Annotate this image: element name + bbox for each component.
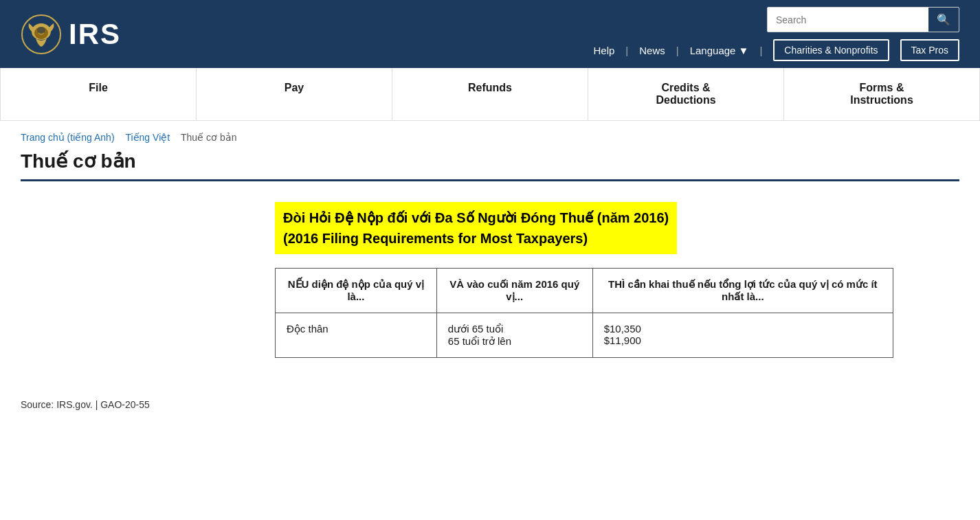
search-button[interactable]: 🔍 [928, 8, 959, 32]
nav-item-credits-deductions[interactable]: Credits & Deductions [588, 68, 784, 120]
irs-eagle-icon [21, 14, 62, 55]
article-title: Đòi Hỏi Đệ Nộp đối với Đa Số Người Đóng … [275, 202, 677, 254]
article-title-line2: (2016 Filing Requirements for Most Taxpa… [283, 228, 669, 249]
table-cell-age: dưới 65 tuổi 65 tuổi trở lên [436, 313, 592, 358]
top-nav: Help | News | Language ▼ | Charities & N… [594, 39, 960, 61]
age-line2: 65 tuổi trở lên [448, 335, 581, 348]
svg-point-3 [37, 27, 45, 34]
income-line2: $11,900 [604, 335, 882, 346]
separator-1: | [625, 45, 628, 56]
header-right-section: 🔍 Help | News | Language ▼ | Charities &… [594, 7, 960, 61]
breadcrumb-vietnamese-link[interactable]: Tiếng Việt [125, 132, 170, 143]
search-input[interactable] [768, 9, 928, 31]
separator-2: | [676, 45, 679, 56]
nav-item-pay[interactable]: Pay [197, 68, 392, 120]
breadcrumb-sep-2 [174, 132, 177, 143]
tax-pros-button[interactable]: Tax Pros [900, 39, 959, 61]
help-link[interactable]: Help [594, 45, 615, 56]
logo-container: IRS [21, 14, 121, 55]
main-navigation: File Pay Refunds Credits & Deductions Fo… [0, 68, 980, 121]
article-title-line1: Đòi Hỏi Đệ Nộp đối với Đa Số Người Đóng … [283, 207, 669, 228]
breadcrumb-home-link[interactable]: Trang chủ (tiếng Anh) [21, 132, 115, 143]
income-line1: $10,350 [604, 323, 882, 335]
news-link[interactable]: News [639, 45, 665, 56]
nav-item-refunds[interactable]: Refunds [392, 68, 588, 120]
separator-3: | [759, 45, 762, 56]
irs-logo-text: IRS [69, 18, 121, 51]
charities-nonprofits-button[interactable]: Charities & Nonprofits [773, 39, 889, 61]
breadcrumb-current: Thuế cơ bản [181, 132, 236, 143]
source-attribution: Source: IRS.gov. | GAO-20-55 [0, 392, 980, 417]
table-cell-filing-status: Độc thân [276, 313, 437, 358]
nav-item-file[interactable]: File [0, 68, 197, 120]
table-cell-income: $10,350 $11,900 [592, 313, 893, 358]
breadcrumb-section: Trang chủ (tiếng Anh) Tiếng Việt Thuế cơ… [0, 121, 980, 143]
table-header-2: VÀ vào cuối năm 2016 quý vị... [436, 269, 592, 313]
language-label: Language [690, 45, 736, 56]
breadcrumb-sep-1 [119, 132, 122, 143]
nav-item-forms-instructions[interactable]: Forms & Instructions [784, 68, 980, 120]
site-header: IRS 🔍 Help | News | Language ▼ | Chariti… [0, 0, 980, 68]
language-link[interactable]: Language ▼ [690, 45, 749, 56]
breadcrumb: Trang chủ (tiếng Anh) Tiếng Việt Thuế cơ… [21, 132, 959, 143]
page-title: Thuế cơ bản [0, 143, 980, 172]
table-header-1: NẾU diện đệ nộp của quý vị là... [276, 269, 437, 313]
search-bar[interactable]: 🔍 [767, 7, 959, 32]
filing-requirements-table: NẾU diện đệ nộp của quý vị là... VÀ vào … [275, 268, 893, 358]
age-line1: dưới 65 tuổi [448, 323, 581, 335]
main-content: Đòi Hỏi Đệ Nộp đối với Đa Số Người Đóng … [0, 181, 980, 392]
table-header-3: THÌ cần khai thuế nếu tổng lợi tức của q… [592, 269, 893, 313]
table-row: Độc thân dưới 65 tuổi 65 tuổi trở lên $1… [276, 313, 893, 358]
